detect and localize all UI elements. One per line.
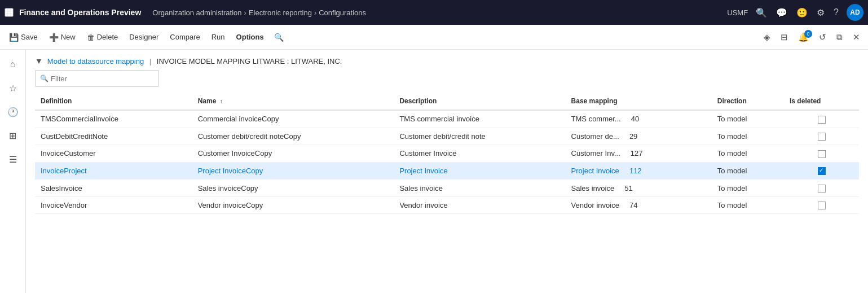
diamond-icon-button[interactable]: ◈ xyxy=(760,30,774,45)
new-button[interactable]: ➕ New xyxy=(45,29,80,45)
toolbar: 💾 Save ➕ New 🗑 Delete Designer Compare R… xyxy=(0,25,868,50)
cell-is-deleted[interactable] xyxy=(784,128,859,145)
cell-definition: InvoiceCustomer xyxy=(35,145,192,163)
breadcrumb-chevron-2: › xyxy=(314,8,316,17)
run-button[interactable]: Run xyxy=(207,29,230,45)
search-topbar-button[interactable]: 🔍 xyxy=(755,6,768,19)
close-button[interactable]: ✕ xyxy=(849,30,863,45)
table-header: Definition Name ↑ Description Base mappi… xyxy=(35,93,859,110)
cell-is-deleted[interactable] xyxy=(784,110,859,128)
content-breadcrumb-sep: | xyxy=(149,57,151,65)
is-deleted-checkbox[interactable] xyxy=(818,133,826,141)
cell-is-deleted[interactable] xyxy=(784,162,859,180)
table-row[interactable]: TMSCommercialInvoiceCommercial invoiceCo… xyxy=(35,110,859,128)
table-row[interactable]: InvoiceCustomerCustomer InvoiceCopyCusto… xyxy=(35,145,859,163)
breadcrumb-chevron-1: › xyxy=(244,8,246,17)
open-in-new-button[interactable]: ⧉ xyxy=(833,30,846,45)
content-breadcrumb-current: INVOICE MODEL MAPPING LITWARE : LITWARE,… xyxy=(157,57,342,65)
cell-base-mapping: TMS commer... 40 xyxy=(566,110,712,128)
app-grid-button[interactable] xyxy=(5,8,14,17)
save-icon: 💾 xyxy=(9,33,19,42)
table-row[interactable]: SalesInvoiceSales invoiceCopySales invoi… xyxy=(35,180,859,197)
sidebar-item-modules[interactable]: ☰ xyxy=(3,149,23,169)
toolbar-search-button[interactable]: 🔍 xyxy=(271,29,287,45)
settings-button[interactable]: ⚙ xyxy=(816,6,826,19)
sort-arrow-icon: ↑ xyxy=(220,98,223,104)
refresh-button[interactable]: ↺ xyxy=(816,30,830,45)
designer-button[interactable]: Designer xyxy=(125,29,163,45)
cell-definition[interactable]: InvoiceProject xyxy=(35,162,192,180)
table-row[interactable]: CustDebitCreditNoteCustomer debit/credit… xyxy=(35,128,859,145)
cell-name: Customer InvoiceCopy xyxy=(192,145,394,163)
topbar: Finance and Operations Preview Organizat… xyxy=(0,0,868,25)
smiley-button[interactable]: 🙂 xyxy=(795,6,809,19)
company-label: USMF xyxy=(727,8,748,17)
content-breadcrumb: Model to datasource mapping | INVOICE MO… xyxy=(47,57,342,65)
col-header-name[interactable]: Name ↑ xyxy=(192,93,394,110)
cell-direction: To model xyxy=(712,145,784,163)
svg-rect-7 xyxy=(8,14,10,16)
svg-rect-5 xyxy=(11,12,12,14)
filter-input[interactable] xyxy=(51,75,154,83)
is-deleted-checkbox[interactable] xyxy=(818,116,826,124)
cell-description: Project Invoice xyxy=(394,162,565,180)
sidebar-item-recent[interactable]: 🕐 xyxy=(3,102,23,122)
notification-badge: 0 xyxy=(804,30,812,38)
help-button[interactable]: ? xyxy=(832,6,840,19)
topbar-right: USMF 🔍 💬 🙂 ⚙ ? AD xyxy=(727,4,863,21)
table-row[interactable]: InvoiceProjectProject InvoiceCopyProject… xyxy=(35,162,859,180)
svg-rect-2 xyxy=(11,9,12,11)
breadcrumb-configurations[interactable]: Configurations xyxy=(319,8,366,17)
sidebar-item-workspaces[interactable]: ⊞ xyxy=(3,125,23,146)
table-row[interactable]: InvoiceVendorVendor invoiceCopyVendor in… xyxy=(35,196,859,214)
cell-base-mapping: Vendor invoice 74 xyxy=(566,196,712,214)
cell-description: Vendor invoice xyxy=(394,196,565,214)
filter-icon[interactable]: ▼ xyxy=(35,56,43,65)
panel-icon-button[interactable]: ⊟ xyxy=(777,30,791,45)
cell-name: Customer debit/credit noteCopy xyxy=(192,128,394,145)
svg-rect-8 xyxy=(11,14,12,16)
is-deleted-checkbox[interactable] xyxy=(818,167,826,175)
cell-name[interactable]: Project InvoiceCopy xyxy=(192,162,394,180)
cell-name: Commercial invoiceCopy xyxy=(192,110,394,128)
cell-is-deleted[interactable] xyxy=(784,196,859,214)
data-table: Definition Name ↑ Description Base mappi… xyxy=(35,93,859,214)
user-avatar[interactable]: AD xyxy=(847,4,863,21)
breadcrumb-electronic-reporting[interactable]: Electronic reporting xyxy=(249,8,312,17)
svg-rect-1 xyxy=(8,9,10,11)
cell-direction: To model xyxy=(712,128,784,145)
is-deleted-checkbox[interactable] xyxy=(818,185,826,193)
col-header-direction: Direction xyxy=(712,93,784,110)
cell-base-mapping[interactable]: Project Invoice 112 xyxy=(566,162,712,180)
compare-button[interactable]: Compare xyxy=(165,29,204,45)
breadcrumb-org-admin[interactable]: Organization administration xyxy=(152,8,241,17)
cell-direction: To model xyxy=(712,196,784,214)
cell-is-deleted[interactable] xyxy=(784,145,859,163)
is-deleted-checkbox[interactable] xyxy=(818,150,826,158)
toolbar-right-actions: ◈ ⊟ 🔔 0 ↺ ⧉ ✕ xyxy=(760,30,863,45)
delete-button[interactable]: 🗑 Delete xyxy=(82,29,123,45)
save-button[interactable]: 💾 Save xyxy=(5,29,42,45)
sidebar-item-favorites[interactable]: ☆ xyxy=(3,78,23,98)
col-header-description: Description xyxy=(394,93,565,110)
cell-description: TMS commercial invoice xyxy=(394,110,565,128)
content-breadcrumb-link[interactable]: Model to datasource mapping xyxy=(47,57,144,65)
main-content: ▼ Model to datasource mapping | INVOICE … xyxy=(26,50,868,293)
col-header-base-mapping: Base mapping xyxy=(566,93,712,110)
filter-input-wrap: 🔍 xyxy=(35,70,159,87)
chat-button[interactable]: 💬 xyxy=(775,6,788,19)
options-button[interactable]: Options xyxy=(232,29,268,45)
cell-name: Vendor invoiceCopy xyxy=(192,196,394,214)
svg-rect-4 xyxy=(8,12,10,14)
page-layout: ⌂ ☆ 🕐 ⊞ ☰ ▼ Model to datasource mapping … xyxy=(0,50,868,293)
notification-button[interactable]: 🔔 0 xyxy=(795,30,812,45)
sidebar-item-home[interactable]: ⌂ xyxy=(3,54,23,75)
svg-rect-3 xyxy=(6,12,7,14)
cell-is-deleted[interactable] xyxy=(784,180,859,197)
is-deleted-checkbox[interactable] xyxy=(818,202,826,209)
new-icon: ➕ xyxy=(49,33,59,42)
cell-description: Customer debit/credit note xyxy=(394,128,565,145)
sidebar: ⌂ ☆ 🕐 ⊞ ☰ xyxy=(0,50,26,293)
cell-definition: SalesInvoice xyxy=(35,180,192,197)
filter-row: ▼ Model to datasource mapping | INVOICE … xyxy=(35,56,859,65)
